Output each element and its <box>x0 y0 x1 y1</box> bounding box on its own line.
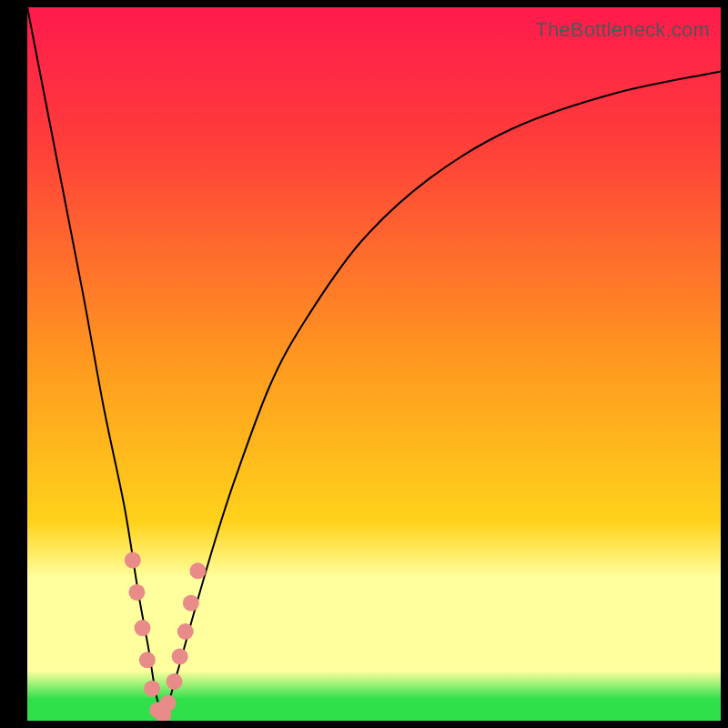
highlight-dot <box>125 552 141 569</box>
bottleneck-curve <box>27 7 721 721</box>
plot-area: TheBottleneck.com <box>27 7 721 721</box>
highlight-dot <box>160 694 177 711</box>
highlight-dot <box>139 652 156 668</box>
highlight-dot <box>144 681 160 697</box>
highlight-dot <box>167 673 183 690</box>
highlight-dot <box>128 584 145 601</box>
watermark-text: TheBottleneck.com <box>535 18 710 42</box>
highlight-dot <box>134 620 150 636</box>
highlight-dot <box>177 623 194 640</box>
chart-frame: TheBottleneck.com <box>0 0 728 728</box>
curve-path <box>27 7 721 713</box>
highlight-dot <box>183 595 199 612</box>
highlight-dot <box>172 648 188 664</box>
highlight-dot <box>189 562 206 579</box>
